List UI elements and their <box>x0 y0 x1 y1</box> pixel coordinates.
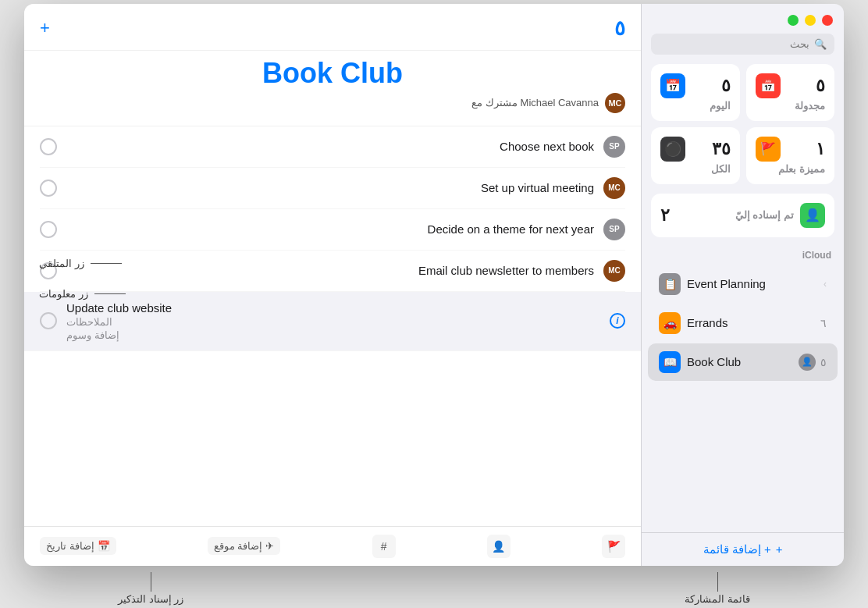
icloud-section-label: iCloud <box>642 247 844 264</box>
today-smart-list[interactable]: ٥ 📅 اليوم <box>651 64 740 121</box>
all-icon: ⚫ <box>660 137 685 162</box>
add-list-label: + إضافة قائمة <box>703 542 771 556</box>
task-checkbox[interactable] <box>40 180 57 197</box>
annotation-assign-label: زر إسناد التذكير <box>118 593 183 605</box>
window-controls <box>642 4 844 34</box>
assigned-icon: 👤 <box>800 203 825 228</box>
task-text: Set up virtual meeting <box>66 181 594 194</box>
list-items: › Event Planning 📋 ٦ Errands 🚗 <box>642 264 844 532</box>
main-header: + ٥ <box>24 4 641 51</box>
event-planning-right: › <box>824 279 827 290</box>
table-row[interactable]: SP Decide on a theme for next year <box>40 209 625 251</box>
today-icon: 📅 <box>660 73 685 98</box>
task-notes: الملاحظات <box>66 316 112 328</box>
annotation-assignee: زر المتلقي <box>39 258 126 269</box>
tasks-list: SP Choose next book MC Set up virtual me… <box>24 126 641 526</box>
today-count: ٥ <box>721 76 731 96</box>
add-date-label: إضافة تاريخ <box>46 540 94 552</box>
today-label: اليوم <box>660 100 731 112</box>
search-input[interactable] <box>659 38 809 50</box>
scheduled-icon: 📅 <box>756 73 781 98</box>
collaborator-avatar: MC <box>605 93 625 113</box>
all-smart-list[interactable]: ٣٥ ⚫ الكل <box>651 127 740 184</box>
errands-right: ٦ <box>820 317 827 329</box>
task-checkbox[interactable] <box>40 312 57 329</box>
table-row[interactable]: i Update club website الملاحظات إضافة وس… <box>24 292 641 351</box>
assigned-label: تم إسناده إليّ <box>735 209 794 221</box>
avatar: MC <box>603 177 625 199</box>
assigned-count: ٢ <box>660 205 670 226</box>
task-text: Email club newsletter to members <box>66 264 594 277</box>
sidebar-item-book-club[interactable]: ٥ 👤 Book Club 📖 <box>648 343 838 381</box>
sidebar-item-errands[interactable]: ٦ Errands 🚗 <box>648 304 838 342</box>
minimize-button[interactable] <box>805 15 816 26</box>
book-club-avatar: 👤 <box>799 354 816 371</box>
table-row[interactable]: MC Set up virtual meeting <box>40 168 625 209</box>
shared-with: مشترك مع Michael Cavanna MC <box>40 93 625 113</box>
avatar: MC <box>603 260 625 282</box>
chevron-down-icon: › <box>824 279 827 290</box>
book-club-count: ٥ <box>820 356 827 368</box>
sidebar-item-event-planning[interactable]: › Event Planning 📋 <box>648 265 838 303</box>
list-title-section: Book Club مشترك مع Michael Cavanna MC <box>24 51 641 126</box>
task-checkbox[interactable] <box>40 138 57 155</box>
all-label: الكل <box>660 163 731 175</box>
maximize-button[interactable] <box>788 15 799 26</box>
close-button[interactable] <box>822 15 833 26</box>
book-club-icon: 📖 <box>659 351 681 373</box>
event-planning-left: Event Planning 📋 <box>659 273 766 295</box>
errands-icon: 🚗 <box>659 312 681 334</box>
assigned-to-me-card[interactable]: ٢ تم إسناده إليّ 👤 <box>651 194 834 237</box>
task-text: Update club website <box>66 301 172 315</box>
table-row[interactable]: SP Choose next book <box>40 126 625 168</box>
book-club-name: Book Club <box>687 355 741 368</box>
assignee-label: زر المتلقي <box>39 258 84 269</box>
left-annotations: زر المتلقي زر معلومات <box>39 258 126 300</box>
avatar: SP <box>603 136 625 158</box>
flagged-smart-list[interactable]: ١ 🚩 مميزة بعلم <box>746 127 835 184</box>
annotation-info: زر معلومات <box>39 288 126 300</box>
add-location-button[interactable]: ✈ إضافة موقع <box>208 537 281 555</box>
errands-count: ٦ <box>820 317 827 329</box>
assign-button[interactable]: 👤 <box>487 535 510 558</box>
smart-lists-grid: ٥ 📅 اليوم ٥ 📅 مجدولة ٣٥ ⚫ <box>642 64 844 194</box>
add-date-button[interactable]: 📅 إضافة تاريخ <box>40 537 116 555</box>
all-count: ٣٥ <box>712 139 731 159</box>
calendar-icon: 📅 <box>98 540 110 552</box>
scheduled-label: مجدولة <box>756 100 826 112</box>
book-club-left: Book Club 📖 <box>659 351 741 373</box>
flag-button[interactable]: 🚩 <box>602 535 625 558</box>
task-toolbar: 🚩 👤 # ✈ إضافة موقع 📅 إضافة تاريخ <box>24 526 641 566</box>
table-row[interactable]: MC Email club newsletter to members <box>40 251 625 292</box>
task-text: Choose next book <box>66 140 594 153</box>
sidebar: 🔍 ٥ 📅 اليوم ٥ 📅 مجدولة <box>641 4 844 566</box>
task-count: ٥ <box>614 16 625 41</box>
errands-name: Errands <box>687 316 728 329</box>
shared-with-text: مشترك مع Michael Cavanna <box>471 97 599 108</box>
scheduled-count: ٥ <box>816 76 825 96</box>
book-club-right: ٥ 👤 <box>799 354 827 371</box>
task-tags: إضافة وسوم <box>66 329 119 341</box>
event-planning-icon: 📋 <box>659 273 681 295</box>
avatar: SP <box>603 219 625 240</box>
flagged-icon: 🚩 <box>756 137 781 162</box>
hashtag-button[interactable]: # <box>372 535 396 558</box>
flagged-count: ١ <box>816 139 825 159</box>
info-label: زر معلومات <box>39 288 88 300</box>
location-icon: ✈ <box>265 540 274 552</box>
search-bar[interactable]: 🔍 <box>651 34 834 55</box>
add-list-button[interactable]: + + إضافة قائمة <box>642 532 844 566</box>
info-button[interactable]: i <box>610 313 625 329</box>
task-checkbox[interactable] <box>40 221 57 238</box>
add-location-label: إضافة موقع <box>214 540 263 552</box>
scheduled-smart-list[interactable]: ٥ 📅 مجدولة <box>746 64 835 121</box>
flagged-label: مميزة بعلم <box>756 163 826 175</box>
add-task-button[interactable]: + <box>40 18 50 38</box>
task-text: Decide on a theme for next year <box>66 222 594 236</box>
annotation-assign-reminder: زر إسناد التذكير <box>118 572 183 605</box>
annotation-shared-list: قائمة المشاركة <box>685 572 750 605</box>
event-planning-name: Event Planning <box>687 277 766 290</box>
assigned-info: تم إسناده إليّ 👤 <box>735 203 825 228</box>
list-title: Book Club <box>40 57 625 90</box>
add-list-plus-icon: + <box>776 542 783 556</box>
